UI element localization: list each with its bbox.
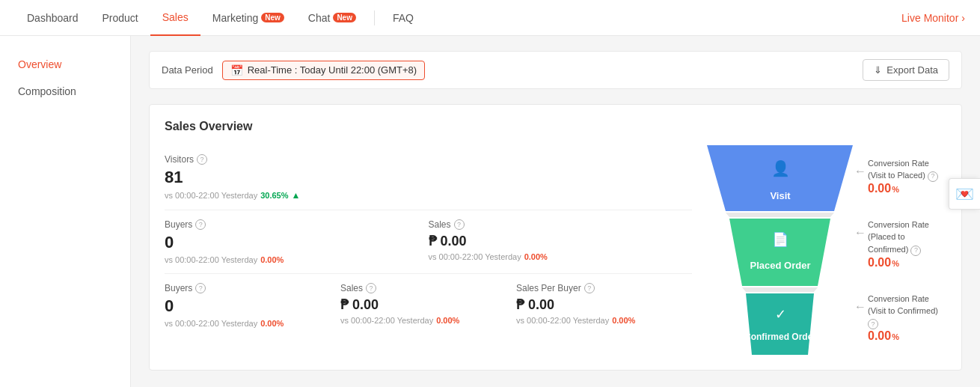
sidebar-item-composition[interactable]: Composition <box>0 78 130 105</box>
row3-spb-col: Sales Per Buyer ? ₱ 0.00 vs 00:00-22:00 … <box>516 283 692 328</box>
visitors-up-arrow: ▲ <box>291 190 300 201</box>
row2-sales-col: Sales ? ₱ 0.00 vs 00:00-22:00 Yesterday … <box>429 219 693 264</box>
row2-cols: Buyers ? 0 vs 00:00-22:00 Yesterday 0.00… <box>165 219 692 264</box>
visitors-row: Visitors ? 81 vs 00:00-22:00 Yesterday 3… <box>165 145 692 210</box>
visitors-sub: vs 00:00-22:00 Yesterday 30.65% ▲ <box>165 190 692 201</box>
row3-spb-value: ₱ 0.00 <box>516 296 692 313</box>
row2-buyers-label: Buyers ? <box>165 219 429 230</box>
conv-pc-info-icon[interactable]: ? <box>910 246 921 256</box>
nav-chat[interactable]: Chat New <box>296 0 368 36</box>
metrics-funnel: Visitors ? 81 vs 00:00-22:00 Yesterday 3… <box>165 145 946 355</box>
row3-buyers-change: 0.00% <box>260 319 284 328</box>
nav-faq[interactable]: FAQ <box>381 0 426 36</box>
row2-buyers-change: 0.00% <box>260 255 284 264</box>
conv-vc-arrow-icon: ← <box>854 300 866 314</box>
data-period-bar: Data Period 📅 Real-Time : Today Until 22… <box>149 51 962 89</box>
row2: Buyers ? 0 vs 00:00-22:00 Yesterday 0.00… <box>165 210 692 274</box>
data-period-left: Data Period 📅 Real-Time : Today Until 22… <box>162 61 425 80</box>
conv-visit-placed-value: 0.00 % <box>868 182 946 195</box>
chat-badge: New <box>333 13 356 22</box>
row2-sales-label: Sales ? <box>429 219 693 230</box>
row3-sales-change: 0.00% <box>436 316 459 325</box>
conv-visit-confirmed-value: 0.00 % <box>868 329 946 343</box>
nav-divider <box>374 10 375 25</box>
row3-buyers-info-icon[interactable]: ? <box>195 283 206 293</box>
main-layout: Overview Composition Data Period 📅 Real-… <box>0 36 980 387</box>
svg-text:Visit: Visit <box>770 190 791 201</box>
sidebar: Overview Composition <box>0 36 131 387</box>
feedback-icon: 💌 <box>955 186 974 202</box>
marketing-badge: New <box>261 13 284 22</box>
nav-product[interactable]: Product <box>91 0 150 36</box>
calendar-icon: 📅 <box>230 64 243 76</box>
conv-vc-info-icon[interactable]: ? <box>868 319 878 329</box>
row3-spb-change: 0.00% <box>612 316 635 325</box>
funnel-placed-shape[interactable] <box>729 219 830 286</box>
feedback-widget[interactable]: 💌 <box>949 178 980 210</box>
row2-sales-sub: vs 00:00-22:00 Yesterday 0.00% <box>429 252 693 261</box>
row3-buyers-value: 0 <box>165 296 340 316</box>
main-content: Data Period 📅 Real-Time : Today Until 22… <box>131 36 980 387</box>
svg-text:Confirmed Order: Confirmed Order <box>744 332 816 342</box>
row3-buyers-sub: vs 00:00-22:00 Yesterday 0.00% <box>165 319 340 328</box>
card-title: Sales Overview <box>165 120 946 133</box>
visitors-change: 30.65% <box>260 191 288 200</box>
row3-spb-info-icon[interactable]: ? <box>584 283 595 293</box>
funnel-confirmed-shape[interactable] <box>746 293 814 355</box>
conv-pc-arrow-icon: ← <box>854 226 866 240</box>
svg-text:👤: 👤 <box>771 159 790 177</box>
conv-placed-confirmed-value: 0.00 % <box>868 256 946 269</box>
metrics-section: Visitors ? 81 vs 00:00-22:00 Yesterday 3… <box>165 145 692 355</box>
row3-sales-sub: vs 00:00-22:00 Yesterday 0.00% <box>340 316 516 325</box>
conv-visit-confirmed-label: Conversion Rate (Visit to Confirmed) ? <box>868 293 946 330</box>
sales-overview-card: Sales Overview Visitors ? 81 vs 00:00-22… <box>149 104 962 371</box>
row3-spb-sub: vs 00:00-22:00 Yesterday 0.00% <box>516 316 692 325</box>
conv-visit-confirmed: Conversion Rate (Visit to Confirmed) ? 0… <box>868 293 946 344</box>
top-nav: Dashboard Product Sales Marketing New Ch… <box>0 0 980 36</box>
conv-placed-confirmed: Conversion Rate (Placed to Confirmed) ? … <box>868 219 946 269</box>
svg-marker-2 <box>726 213 834 217</box>
row3-sales-label: Sales ? <box>340 283 516 293</box>
conv-visit-placed-label: Conversion Rate (Visit to Placed) ? <box>868 157 946 182</box>
row3-buyers-label: Buyers ? <box>165 283 340 293</box>
row2-sales-change: 0.00% <box>524 252 548 261</box>
nav-marketing[interactable]: Marketing New <box>200 0 296 36</box>
nav-dashboard[interactable]: Dashboard <box>15 0 91 36</box>
conv-vp-arrow-icon: ← <box>854 165 866 178</box>
row2-buyers-info-icon[interactable]: ? <box>195 219 206 230</box>
visitors-label: Visitors ? <box>165 154 692 165</box>
live-monitor-link[interactable]: Live Monitor › <box>901 12 965 24</box>
row2-sales-info-icon[interactable]: ? <box>454 219 465 230</box>
conversion-rates: Conversion Rate (Visit to Placed) ? 0.00… <box>860 145 946 355</box>
row3-buyers-col: Buyers ? 0 vs 00:00-22:00 Yesterday 0.00… <box>165 283 340 328</box>
row2-buyers-sub: vs 00:00-22:00 Yesterday 0.00% <box>165 255 429 264</box>
row3-spb-label: Sales Per Buyer ? <box>516 283 692 293</box>
svg-text:✓: ✓ <box>775 307 786 322</box>
conv-visit-placed: Conversion Rate (Visit to Placed) ? 0.00… <box>868 157 946 195</box>
data-period-label: Data Period <box>162 64 213 76</box>
funnel-svg: 👤 Visit 📄 Placed Order <box>699 145 860 355</box>
row3-sales-info-icon[interactable]: ? <box>366 283 376 293</box>
nav-sales[interactable]: Sales <box>150 0 200 36</box>
funnel-wrapper: 👤 Visit 📄 Placed Order <box>699 145 860 355</box>
row3-sales-col: Sales ? ₱ 0.00 vs 00:00-22:00 Yesterday … <box>340 283 516 328</box>
conv-placed-confirmed-label: Conversion Rate (Placed to Confirmed) ? <box>868 219 946 256</box>
row2-buyers-col: Buyers ? 0 vs 00:00-22:00 Yesterday 0.00… <box>165 219 429 264</box>
visitors-value: 81 <box>165 168 692 187</box>
data-period-value[interactable]: 📅 Real-Time : Today Until 22:00 (GMT+8) <box>222 61 426 80</box>
row3: Buyers ? 0 vs 00:00-22:00 Yesterday 0.00… <box>165 274 692 337</box>
arrow-right-icon: › <box>961 12 965 24</box>
download-icon: ⇓ <box>874 64 882 76</box>
export-data-button[interactable]: ⇓ Export Data <box>863 59 949 81</box>
row2-buyers-value: 0 <box>165 233 429 252</box>
visitors-info-icon[interactable]: ? <box>197 154 207 165</box>
sidebar-item-overview[interactable]: Overview <box>0 51 130 78</box>
svg-text:📄: 📄 <box>772 231 789 248</box>
funnel-section: 👤 Visit 📄 Placed Order <box>692 145 946 355</box>
row3-cols: Buyers ? 0 vs 00:00-22:00 Yesterday 0.00… <box>165 283 692 328</box>
row3-sales-value: ₱ 0.00 <box>340 296 516 313</box>
conv-vp-info-icon[interactable]: ? <box>928 171 938 182</box>
row2-sales-value: ₱ 0.00 <box>429 233 693 249</box>
svg-text:Placed Order: Placed Order <box>750 260 811 271</box>
svg-marker-5 <box>742 287 818 292</box>
